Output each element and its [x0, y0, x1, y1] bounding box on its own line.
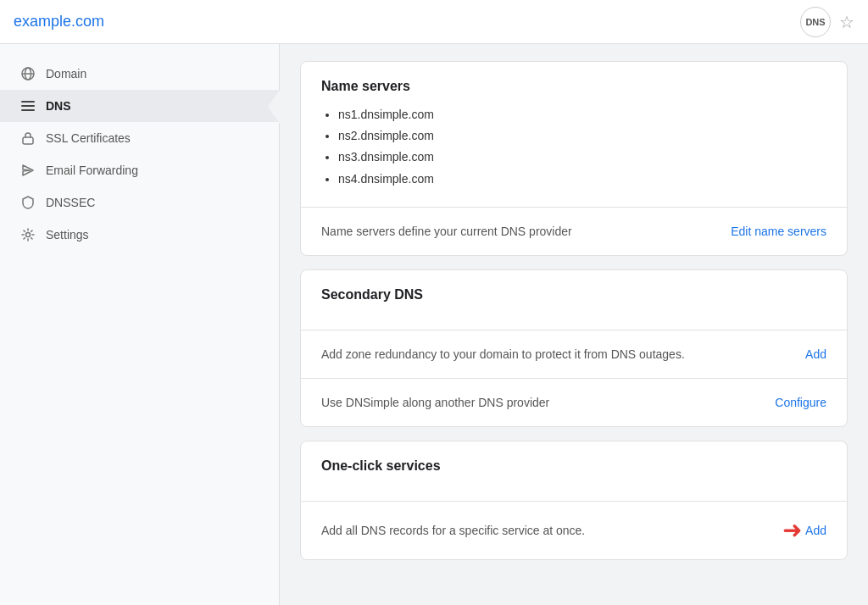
- topbar-actions: DNS ☆: [800, 7, 854, 37]
- secondary-dns-configure-link[interactable]: Configure: [775, 396, 826, 409]
- sidebar-item-settings[interactable]: Settings: [0, 219, 279, 251]
- one-click-add-action: ➜ Add: [782, 519, 826, 542]
- sidebar-item-dnssec-label: DNSSEC: [46, 196, 95, 209]
- sidebar-item-settings-label: Settings: [46, 228, 89, 241]
- name-servers-footer-text: Name servers define your current DNS pro…: [321, 225, 572, 238]
- main-content: Name servers ns1.dnsimple.com ns2.dnsimp…: [280, 44, 868, 605]
- ns2: ns2.dnsimple.com: [338, 125, 826, 147]
- sidebar-item-dns-label: DNS: [46, 99, 71, 113]
- sidebar-item-domain[interactable]: Domain: [0, 58, 279, 90]
- svg-rect-6: [23, 137, 33, 144]
- secondary-dns-add-link[interactable]: Add: [805, 347, 826, 361]
- gear-icon: [20, 227, 36, 242]
- sidebar: Domain DNS SSL Certificates: [0, 44, 280, 605]
- secondary-dns-row1: Add zone redundancy to your domain to pr…: [301, 330, 847, 378]
- secondary-dns-card: Secondary DNS Add zone redundancy to you…: [300, 269, 848, 427]
- name-servers-title: Name servers: [321, 79, 826, 94]
- sidebar-item-dns[interactable]: DNS: [0, 90, 279, 122]
- sidebar-item-email-forwarding-label: Email Forwarding: [46, 164, 138, 177]
- name-servers-card: Name servers ns1.dnsimple.com ns2.dnsimp…: [300, 61, 848, 256]
- secondary-dns-row1-text: Add zone redundancy to your domain to pr…: [321, 347, 685, 361]
- lock-icon: [20, 130, 36, 146]
- svg-point-7: [26, 233, 31, 237]
- ns4: ns4.dnsimple.com: [338, 169, 826, 190]
- secondary-dns-header: Secondary DNS: [301, 270, 847, 330]
- ns3: ns3.dnsimple.com: [338, 147, 826, 168]
- secondary-dns-row2-text: Use DNSimple along another DNS provider: [321, 396, 549, 409]
- one-click-services-title: One-click services: [321, 458, 826, 474]
- page-layout: Domain DNS SSL Certificates: [0, 44, 868, 605]
- sidebar-item-ssl[interactable]: SSL Certificates: [0, 122, 279, 154]
- edit-name-servers-link[interactable]: Edit name servers: [731, 225, 826, 238]
- dns-badge: DNS: [800, 7, 831, 37]
- sidebar-item-domain-label: Domain: [46, 67, 86, 80]
- one-click-services-text: Add all DNS records for a specific servi…: [321, 524, 585, 537]
- one-click-services-row: Add all DNS records for a specific servi…: [301, 501, 847, 559]
- svg-rect-3: [21, 101, 35, 103]
- globe-icon: [20, 66, 36, 81]
- dns-lines-icon: [20, 98, 36, 114]
- svg-rect-5: [21, 109, 35, 111]
- shield-icon: [20, 195, 36, 210]
- name-servers-section: Name servers ns1.dnsimple.com ns2.dnsimp…: [301, 62, 847, 207]
- paper-plane-icon: [20, 163, 36, 178]
- red-arrow-icon: ➜: [782, 519, 802, 542]
- one-click-services-card: One-click services Add all DNS records f…: [300, 441, 848, 560]
- secondary-dns-row2: Use DNSimple along another DNS provider …: [301, 378, 847, 426]
- secondary-dns-title: Secondary DNS: [321, 287, 826, 302]
- sidebar-item-dnssec[interactable]: DNSSEC: [0, 186, 279, 219]
- favorite-icon[interactable]: ☆: [839, 12, 854, 32]
- ns1: ns1.dnsimple.com: [338, 104, 826, 125]
- site-title[interactable]: example.com: [14, 13, 104, 31]
- sidebar-item-ssl-label: SSL Certificates: [46, 131, 131, 145]
- one-click-add-link[interactable]: Add: [805, 524, 826, 537]
- name-servers-list: ns1.dnsimple.com ns2.dnsimple.com ns3.dn…: [321, 104, 826, 190]
- one-click-services-header: One-click services: [301, 441, 847, 501]
- svg-rect-4: [21, 105, 35, 107]
- topbar: example.com DNS ☆: [0, 0, 868, 44]
- name-servers-footer: Name servers define your current DNS pro…: [301, 207, 847, 255]
- sidebar-item-email-forwarding[interactable]: Email Forwarding: [0, 154, 279, 186]
